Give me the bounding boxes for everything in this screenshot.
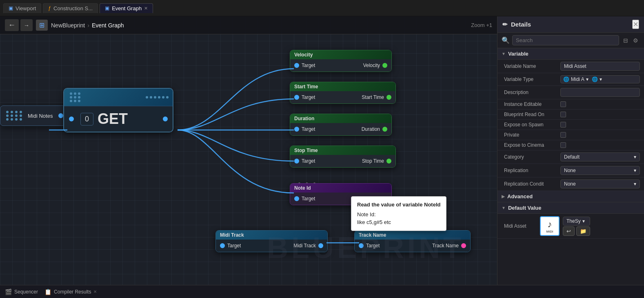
tab-event-graph[interactable]: ▣ Event Graph ✕ <box>100 3 153 13</box>
compiler-close-button[interactable]: ✕ <box>93 289 97 294</box>
blueprint-canvas[interactable]: ← → ⊞ NewBlueprint › Event Graph Zoom +1 <box>0 16 497 285</box>
nav-arrows: ← → <box>5 19 33 31</box>
starttime-input-pin <box>294 95 299 100</box>
description-input[interactable] <box>560 88 640 97</box>
trackname-input-pin <box>359 243 364 248</box>
sequencer-icon: 🎬 <box>5 289 12 295</box>
private-checkbox[interactable] <box>560 132 566 138</box>
description-label: Description <box>504 90 557 95</box>
main-area: ← → ⊞ NewBlueprint › Event Graph Zoom +1 <box>0 16 644 285</box>
duration-target-label: Target <box>302 126 315 132</box>
instance-editable-checkbox[interactable] <box>560 101 566 107</box>
velocity-target-label: Target <box>302 63 315 68</box>
expose-spawn-checkbox[interactable] <box>560 122 566 128</box>
midi-asset-icon: ♪ MIDI <box>540 216 560 236</box>
get-output-pin <box>163 117 168 121</box>
details-close-button[interactable]: ✕ <box>632 20 639 29</box>
get-label: GET <box>98 110 128 128</box>
miditrack-input-pin <box>220 243 225 248</box>
type-text: Midi A <box>571 76 584 82</box>
advanced-section-header[interactable]: ▶ Advanced <box>497 191 644 202</box>
details-title-text: Details <box>511 21 531 28</box>
tab-close-button[interactable]: ✕ <box>144 6 148 11</box>
midi-notes-output-pin <box>58 113 63 118</box>
category-text: Default <box>564 154 580 160</box>
midi-asset-dropdown[interactable]: TheSy ▾ <box>563 217 590 226</box>
trackname-output-label: Track Name <box>432 243 459 249</box>
trackname-node-header: Track Name <box>355 231 470 240</box>
velocity-pin-row: Target Velocity <box>290 61 391 70</box>
miditrack-node-content: Target Midi Track <box>216 240 327 252</box>
trackname-node[interactable]: Track Name Target Track Name <box>354 230 471 252</box>
stoptime-title: Stop Time <box>294 148 318 153</box>
advanced-arrow-icon: ▶ <box>502 194 505 199</box>
variable-type-select[interactable]: 🌐 Midi A ▾ 🌐 ▾ <box>560 75 640 83</box>
replication-row: Replication None ▾ <box>497 164 644 177</box>
settings-button[interactable]: ⚙ <box>631 36 640 45</box>
tab-viewport-label: Viewport <box>16 5 36 11</box>
duration-output-pin <box>382 127 387 132</box>
trackname-output-pin <box>461 243 466 248</box>
stoptime-node[interactable]: Stop Time Target Stop Time <box>290 146 396 168</box>
search-icon: 🔍 <box>502 36 510 44</box>
default-value-section-header[interactable]: ▼ Default Value <box>497 202 644 214</box>
get-node-header <box>64 89 173 106</box>
duration-node-content: Target Duration <box>290 123 391 135</box>
details-search-input[interactable] <box>512 35 619 45</box>
zoom-label: Zoom +1 <box>471 22 492 28</box>
get-header-dots-right <box>146 96 169 99</box>
stoptime-input-pin <box>294 159 299 164</box>
variable-name-label: Variable Name <box>504 63 557 69</box>
starttime-node-content: Target Start Time <box>290 91 395 103</box>
velocity-node[interactable]: Velocity Target Velocity <box>290 50 392 72</box>
get-header-dots <box>68 91 82 104</box>
variable-section-header[interactable]: ▼ Variable <box>497 48 644 60</box>
get-node[interactable]: 0 GET <box>63 88 173 132</box>
construction-icon: ƒ <box>48 5 51 11</box>
nav-back-button[interactable]: ← <box>5 19 19 31</box>
private-label: Private <box>504 132 557 138</box>
tab-viewport[interactable]: ▣ Viewport <box>3 3 41 13</box>
midi-notes-node[interactable]: Midi Notes <box>0 105 68 126</box>
midi-asset-actions: ↩ 📁 <box>563 226 590 236</box>
tooltip-line2: like c5,g#5 etc <box>357 218 440 226</box>
tab-construction[interactable]: ƒ Construction S... <box>43 3 98 13</box>
instance-editable-row: Instance Editable <box>497 99 644 110</box>
category-dropdown[interactable]: Default ▾ <box>560 152 640 161</box>
nav-forward-button[interactable]: → <box>20 19 33 31</box>
tab-bar: ▣ Viewport ƒ Construction S... ▣ Event G… <box>0 0 644 16</box>
viewport-icon: ▣ <box>9 5 13 11</box>
variable-name-value <box>560 62 640 71</box>
replication-condit-row: Replication Condit None ▾ <box>497 177 644 191</box>
velocity-node-content: Target Velocity <box>290 59 391 72</box>
compiler-label: Compiler Results <box>54 289 91 295</box>
search-icons: ⊟ ⚙ <box>622 36 640 45</box>
expose-cinema-checkbox[interactable] <box>560 142 566 148</box>
midi-reset-button[interactable]: ↩ <box>563 226 575 236</box>
grid-view-button[interactable]: ⊟ <box>622 36 630 45</box>
compiler-results-tab[interactable]: 📋 Compiler Results ✕ <box>44 289 97 295</box>
replication-dropdown[interactable]: None ▾ <box>560 166 640 175</box>
stoptime-node-header: Stop Time <box>290 146 395 155</box>
details-search-bar: 🔍 ⊟ ⚙ <box>497 33 644 48</box>
miditrack-node[interactable]: Midi Track Target Midi Track <box>215 230 328 252</box>
variable-arrow-icon: ▼ <box>502 52 506 56</box>
variable-name-input[interactable] <box>560 62 640 71</box>
velocity-title: Velocity <box>294 52 313 58</box>
midi-asset-controls: TheSy ▾ ↩ 📁 <box>563 217 590 236</box>
stoptime-target-label: Target <box>302 158 315 164</box>
duration-node[interactable]: Duration Target Duration <box>290 114 392 136</box>
replication-condit-dropdown[interactable]: None ▾ <box>560 179 640 188</box>
midi-asset-dropdown-arrow: ▾ <box>582 218 585 224</box>
starttime-target-label: Target <box>302 94 315 100</box>
nav-home-button[interactable]: ⊞ <box>36 20 48 31</box>
blueprint-read-checkbox[interactable] <box>560 112 566 117</box>
replication-text: None <box>564 168 576 173</box>
miditrack-output-label: Midi Track <box>293 243 316 249</box>
midi-browse-button[interactable]: 📁 <box>576 226 590 236</box>
duration-pin-row: Target Duration <box>290 125 391 134</box>
midi-notes-grid-icon <box>4 109 24 122</box>
starttime-node[interactable]: Start Time Target Start Time <box>290 82 396 104</box>
sequencer-tab[interactable]: 🎬 Sequencer <box>5 289 38 295</box>
description-value <box>560 88 640 97</box>
